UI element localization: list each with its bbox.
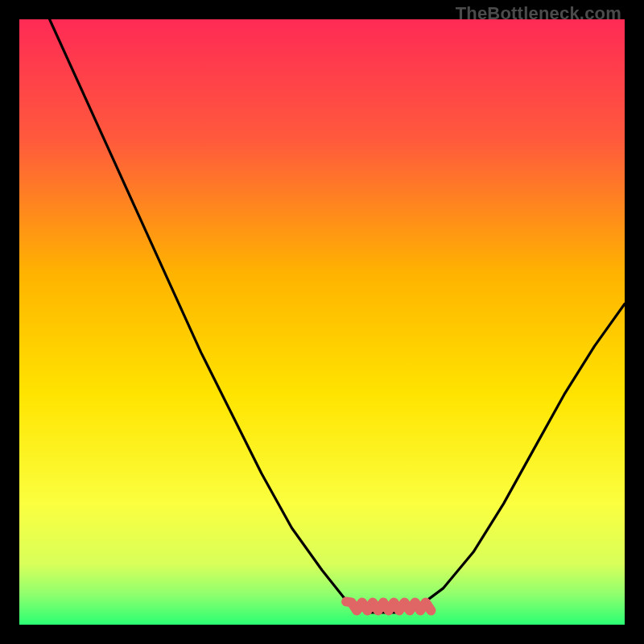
chart-frame — [19, 19, 625, 625]
optimal-region-squiggle — [346, 601, 431, 610]
chart-background-gradient — [19, 19, 625, 625]
watermark-text: TheBottleneck.com — [456, 3, 621, 24]
chart-plot — [19, 19, 625, 625]
